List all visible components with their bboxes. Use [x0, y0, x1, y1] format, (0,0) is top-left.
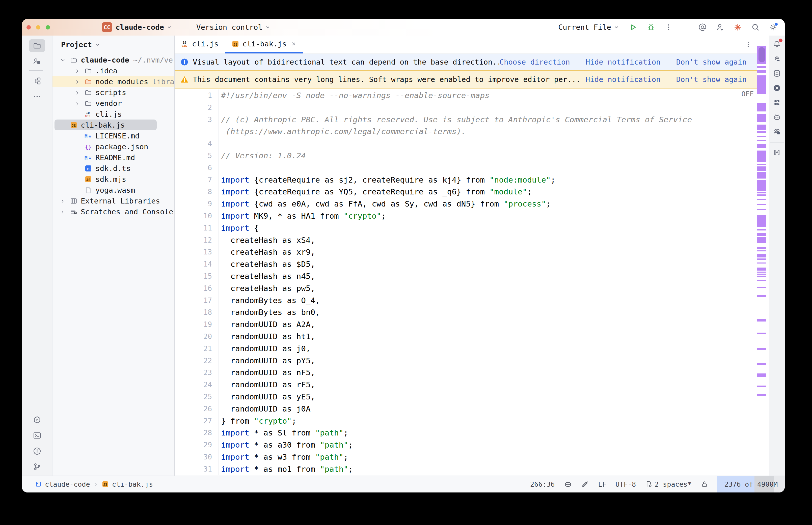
code-line[interactable]: 25 randomUUID as yE5,	[175, 391, 757, 403]
code-line[interactable]: (https://www.anthropic.com/legal/commerc…	[175, 125, 757, 138]
line-separator-widget[interactable]: LF	[598, 480, 607, 488]
ai-assistant-button[interactable]	[771, 54, 782, 63]
project-panel-header[interactable]: Project	[53, 35, 174, 54]
settings-gear-icon[interactable]	[768, 22, 778, 32]
tree-item-license-md[interactable]: MLICENSE.md	[53, 130, 174, 141]
code-line[interactable]: 29import * as a30 from "path";	[175, 439, 757, 451]
code-line[interactable]: 23 randomUUID as nF5,	[175, 366, 757, 379]
tree-item-package-json[interactable]: {}package.json	[53, 141, 174, 152]
code-line[interactable]: 24 randomUUID as rF5,	[175, 379, 757, 391]
code-line[interactable]: 26 randomUUID as j0A	[175, 403, 757, 415]
search-icon[interactable]	[750, 22, 761, 32]
add-user-icon[interactable]	[715, 22, 725, 32]
code-line[interactable]: 1#!/usr/bin/env -S node --no-warnings --…	[175, 90, 757, 102]
code-line[interactable]: 9import {cwd as e0A, cwd as FfA, cwd as …	[175, 198, 757, 210]
code-line[interactable]: 17 randomBytes as O_4,	[175, 295, 757, 306]
code-line[interactable]: 12 createHash as xS4,	[175, 234, 757, 246]
unlock-icon[interactable]	[701, 480, 708, 488]
code-line[interactable]: 21 randomUUID as j0,	[175, 343, 757, 355]
scrollbar-thumb[interactable]	[758, 47, 765, 62]
code-line[interactable]: 14 createHash as $D5,	[175, 258, 757, 270]
readonly-toggle-icon[interactable]	[581, 480, 589, 488]
choose-direction-link[interactable]: Choose direction	[499, 58, 570, 66]
tree-item-external-libraries[interactable]: External Libraries	[53, 195, 174, 206]
copilot-status-icon[interactable]	[564, 480, 572, 488]
code-line[interactable]: 16 createHash as pw5,	[175, 282, 757, 295]
terminal-button[interactable]	[29, 429, 45, 442]
problems-button[interactable]	[29, 445, 45, 458]
tab-options-icon[interactable]	[744, 41, 752, 48]
code-line[interactable]: 2	[175, 102, 757, 114]
run-configuration-selector[interactable]: Current File	[558, 23, 619, 31]
vcs-menu[interactable]: Version control	[196, 23, 270, 31]
code-line[interactable]: 11import {	[175, 222, 757, 234]
dont-show-again-link[interactable]: Don't show again	[676, 58, 747, 66]
code-line[interactable]: 5// Version: 1.0.24	[175, 150, 757, 162]
structure-button[interactable]	[29, 74, 45, 88]
code-line[interactable]: 8import {createRequire as YQ5, createReq…	[175, 186, 757, 198]
tree-item-scratches-and-consoles[interactable]: Scratches and Consoles	[53, 206, 174, 217]
zoom-window-button[interactable]	[46, 25, 50, 30]
tab-cli-bak-js[interactable]: JS cli-bak.js	[225, 35, 304, 54]
highlighting-level-widget[interactable]: OFF	[741, 90, 754, 98]
ai-spark-icon[interactable]	[733, 22, 743, 32]
m-letter-button[interactable]	[771, 148, 782, 157]
tree-item-yoga-wasm[interactable]: yoga.wasm	[53, 184, 174, 195]
tree-item-scripts[interactable]: scripts	[53, 87, 174, 98]
code-line[interactable]: 7import {createRequire as sj2, createReq…	[175, 174, 757, 186]
tree-item--idea[interactable]: .idea	[53, 65, 174, 76]
code-line[interactable]: 4	[175, 138, 757, 150]
indent-widget[interactable]: 2 spaces*	[645, 480, 691, 488]
caret-position-widget[interactable]: 266:36	[530, 480, 555, 488]
editor-scrollbar[interactable]	[757, 35, 769, 476]
code-line[interactable]: 31import * as mo1 from "path";	[175, 463, 757, 475]
close-tab-icon[interactable]	[291, 41, 297, 47]
memory-indicator[interactable]: 2376 of 4900M	[718, 476, 785, 493]
people-help-button[interactable]: ?	[29, 55, 45, 68]
dont-show-again-link[interactable]: Don't show again	[676, 75, 747, 84]
code-line[interactable]: 3// (c) Anthropic PBC. All rights reserv…	[175, 114, 757, 126]
hide-notification-link[interactable]: Hide notification	[586, 58, 661, 66]
database-button[interactable]	[771, 69, 782, 78]
encoding-widget[interactable]: UTF-8	[616, 480, 636, 488]
code-line[interactable]: 15 createHash as n45,	[175, 270, 757, 282]
plugin-puzzle-button[interactable]	[771, 98, 782, 107]
minimize-window-button[interactable]	[36, 25, 40, 30]
tree-item-cli-bak-js[interactable]: JScli-bak.js	[55, 120, 157, 130]
code-line[interactable]: 28import * as Sl from "path";	[175, 427, 757, 439]
close-window-button[interactable]	[27, 25, 31, 30]
tree-item-node-modules[interactable]: node_moduleslibrary	[53, 76, 174, 87]
code-line[interactable]: 30import * as w3 from "path";	[175, 451, 757, 463]
run-button[interactable]	[628, 22, 638, 32]
close-circle-button[interactable]	[771, 84, 782, 92]
code-line[interactable]: 18 randomBytes as bn0,	[175, 306, 757, 318]
code-line[interactable]: 27} from "crypto";	[175, 415, 757, 427]
project-folder-button[interactable]	[29, 39, 45, 52]
tree-item-readme-md[interactable]: MREADME.md	[53, 152, 174, 163]
code-with-me-button[interactable]	[771, 127, 782, 136]
tree-item-vendor[interactable]: vendor	[53, 98, 174, 109]
tree-item-cli-js[interactable]: 100JScli.js	[53, 109, 174, 120]
more-actions-icon[interactable]	[664, 22, 674, 32]
code-line[interactable]: 19 randomUUID as A2A,	[175, 318, 757, 331]
breadcrumb-file[interactable]: cli-bak.js	[112, 480, 153, 488]
code-line[interactable]: 13 createHash as xr9,	[175, 246, 757, 258]
tree-item-claude-code[interactable]: claude-code~/.nvm/vers	[53, 55, 174, 65]
code-line[interactable]: 10import MK9, * as HA1 from "crypto";	[175, 210, 757, 222]
code-editor[interactable]: 1#!/usr/bin/env -S node --no-warnings --…	[175, 89, 757, 476]
run-button[interactable]	[29, 413, 45, 426]
code-line[interactable]: 20 randomUUID as ht1,	[175, 331, 757, 343]
notifications-bell-button[interactable]	[771, 40, 782, 49]
tab-cli-js[interactable]: 100JS cli.js	[175, 35, 225, 54]
tree-item-sdk-mjs[interactable]: JSsdk.mjs	[53, 174, 174, 184]
code-line[interactable]: 22 randomUUID as pY5,	[175, 355, 757, 367]
mentions-icon[interactable]	[697, 22, 708, 32]
hide-notification-link[interactable]: Hide notification	[586, 75, 661, 84]
more-button[interactable]	[29, 90, 45, 103]
git-branch-button[interactable]	[29, 460, 45, 473]
project-menu[interactable]: claude-code	[116, 23, 172, 31]
breadcrumb-project[interactable]: claude-code	[45, 480, 90, 488]
debug-button[interactable]	[646, 22, 656, 32]
tree-item-sdk-d-ts[interactable]: TSsdk.d.ts	[53, 163, 174, 174]
code-line[interactable]: 6	[175, 162, 757, 174]
